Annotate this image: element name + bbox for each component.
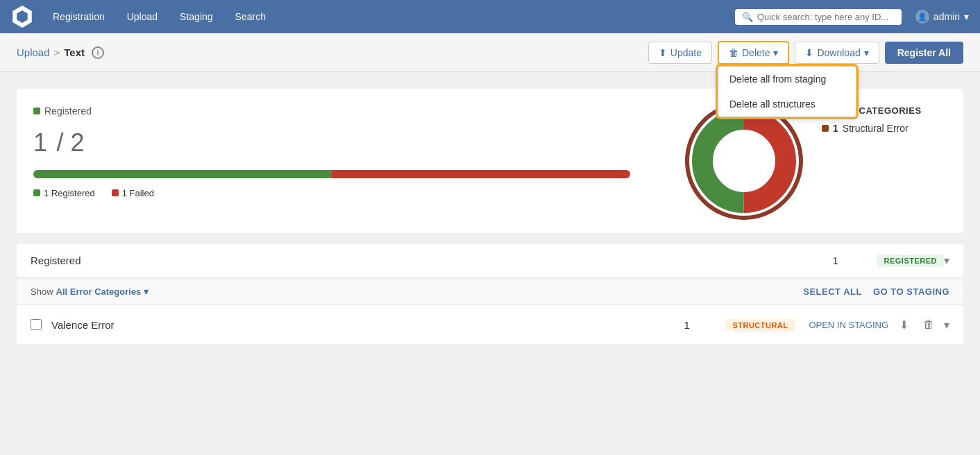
- nav-registration[interactable]: Registration: [44, 11, 113, 22]
- legend-registered: 1 Registered: [33, 188, 95, 198]
- breadcrumb: Upload > Text i: [17, 46, 104, 59]
- structural-badge: STRUCTURAL: [725, 319, 795, 332]
- user-label: admin: [933, 11, 960, 22]
- registered-section-header[interactable]: Registered 1 REGISTERED ▾: [17, 244, 963, 277]
- error-row: Valence Error 1 STRUCTURAL OPEN IN STAGI…: [17, 304, 963, 344]
- nav-search[interactable]: Search: [227, 11, 274, 22]
- user-avatar-icon: 👤: [915, 10, 929, 24]
- delete-row-icon[interactable]: 🗑: [919, 315, 938, 334]
- registered-section: Registered 1 REGISTERED ▾: [17, 244, 963, 277]
- user-chevron-icon: ▾: [964, 11, 969, 22]
- open-in-staging-button[interactable]: OPEN IN STAGING: [809, 320, 888, 330]
- error-count: 1: [684, 319, 725, 331]
- register-all-button[interactable]: Register All: [885, 42, 963, 64]
- section-chevron-icon: ▾: [944, 254, 949, 267]
- nav-upload[interactable]: Upload: [119, 11, 166, 22]
- error-name: Valence Error: [51, 319, 684, 331]
- navbar: Registration Upload Staging Search 🔍 👤 a…: [0, 0, 980, 33]
- error-badge-wrap: STRUCTURAL: [725, 319, 809, 330]
- section-count: 1: [832, 255, 860, 266]
- registered-badge: REGISTERED: [877, 255, 944, 267]
- delete-button[interactable]: 🗑 Delete ▾: [718, 41, 789, 65]
- error-row-actions: OPEN IN STAGING ⬇ 🗑 ▾: [809, 315, 949, 334]
- progress-bar: [33, 170, 630, 178]
- upload-icon: ⬆: [659, 47, 667, 58]
- donut-chart: [688, 105, 800, 216]
- update-button[interactable]: ⬆ Update: [648, 42, 712, 64]
- delete-label: Delete: [742, 47, 770, 58]
- user-menu[interactable]: 👤 admin ▾: [915, 10, 969, 24]
- update-label: Update: [670, 47, 702, 58]
- delete-icon: 🗑: [729, 47, 738, 58]
- search-icon: 🔍: [742, 12, 753, 22]
- stats-count: 1 / 2: [33, 122, 661, 159]
- delete-dropdown-menu: Delete all from staging Delete all struc…: [718, 66, 856, 117]
- section-label: Registered: [31, 255, 832, 266]
- quick-search-input[interactable]: [757, 12, 895, 22]
- legend-failed: 1 Failed: [112, 188, 154, 198]
- registered-label: Registered: [33, 105, 661, 117]
- error-cat-item: 1 Structural Error: [822, 123, 947, 134]
- download-icon: ⬇: [805, 47, 813, 58]
- stats-legend: 1 Registered 1 Failed: [33, 188, 661, 198]
- progress-registered: [33, 170, 332, 178]
- breadcrumb-current: Text: [64, 46, 85, 58]
- delete-chevron-icon: ▾: [773, 47, 778, 58]
- download-button[interactable]: ⬇ Download ▾: [795, 42, 879, 64]
- stats-left: Registered 1 / 2 1 Registered 1 Failed: [33, 105, 661, 198]
- count-separator: /: [56, 128, 70, 157]
- error-row-checkbox[interactable]: [31, 319, 42, 330]
- download-chevron-icon: ▾: [864, 47, 869, 58]
- topbar-actions: ⬆ Update 🗑 Delete ▾ Delete all from stag…: [648, 41, 963, 65]
- delete-button-wrap: 🗑 Delete ▾ Delete all from staging Delet…: [718, 41, 789, 65]
- stats-right: ERROR CATEGORIES 1 Structural Error: [688, 105, 947, 216]
- filter-row: Show All Error Categories ▾ SELECT ALL G…: [17, 280, 963, 304]
- filter-dropdown[interactable]: All Error Categories ▾: [56, 286, 149, 297]
- filter-actions: SELECT ALL GO TO STAGING: [803, 286, 949, 297]
- filter-chevron-icon: ▾: [144, 286, 149, 297]
- go-to-staging-button[interactable]: GO TO STAGING: [873, 286, 949, 297]
- delete-all-structures[interactable]: Delete all structures: [718, 92, 856, 117]
- delete-all-from-staging[interactable]: Delete all from staging: [718, 67, 856, 92]
- error-row-chevron-icon[interactable]: ▾: [944, 318, 949, 332]
- registered-dot: [33, 108, 40, 114]
- filter-show-label: Show: [31, 286, 53, 297]
- breadcrumb-parent[interactable]: Upload: [17, 46, 50, 58]
- download-label: Download: [817, 47, 860, 58]
- download-row-icon[interactable]: ⬇: [894, 315, 913, 334]
- breadcrumb-separator: >: [54, 46, 60, 58]
- progress-failed: [332, 170, 630, 178]
- donut-svg: [688, 105, 800, 216]
- quick-search-bar[interactable]: 🔍: [735, 9, 902, 25]
- select-all-button[interactable]: SELECT ALL: [803, 286, 862, 297]
- topbar: Upload > Text i ⬆ Update 🗑 Delete ▾ Dele…: [0, 33, 980, 72]
- nav-staging[interactable]: Staging: [171, 11, 221, 22]
- app-logo[interactable]: [11, 6, 33, 28]
- info-icon[interactable]: i: [92, 46, 104, 59]
